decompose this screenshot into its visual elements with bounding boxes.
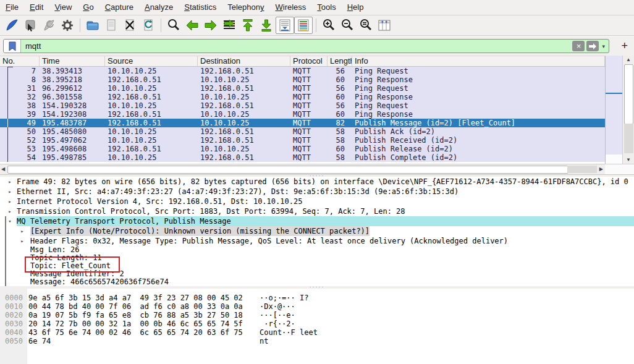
filter-dropdown-caret[interactable]: ▾ bbox=[601, 43, 609, 49]
hex-ascii[interactable]: ··o;·=·· I? bbox=[260, 294, 308, 302]
vertical-scrollbar-track[interactable] bbox=[624, 124, 633, 153]
stop-capture-button[interactable] bbox=[21, 17, 40, 34]
reload-file-button[interactable] bbox=[139, 17, 158, 34]
open-file-button[interactable] bbox=[83, 17, 102, 34]
vertical-scrollbar-thumb[interactable] bbox=[624, 64, 633, 124]
go-forward-button[interactable] bbox=[201, 17, 220, 34]
packet-row[interactable]: 49 195.483787 192.168.0.51 10.10.10.25 M… bbox=[0, 119, 605, 127]
capture-options-button[interactable] bbox=[58, 17, 77, 34]
hex-ascii[interactable]: Count··F leet bbox=[260, 328, 318, 337]
start-capture-button[interactable] bbox=[2, 17, 21, 34]
detail-line[interactable]: Frame 49: 82 bytes on wire (656 bits), 8… bbox=[0, 177, 634, 187]
hex-row[interactable]: 00009e a5 6f 3b 15 3d a4 a7 49 3f 23 27 … bbox=[0, 294, 634, 302]
packet-row[interactable]: 52 195.497062 10.10.10.25 192.168.0.51 M… bbox=[0, 136, 605, 145]
horizontal-scrollbar[interactable]: ◀ ▶ bbox=[0, 164, 605, 174]
find-packet-button[interactable] bbox=[164, 17, 183, 34]
packet-row[interactable]: 54 195.498785 10.10.10.25 192.168.0.51 M… bbox=[0, 153, 605, 162]
zoom-out-button[interactable] bbox=[338, 17, 357, 34]
packet-row[interactable]: 31 96.299612 10.10.10.25 192.168.0.51 MQ… bbox=[0, 84, 605, 93]
menu-item[interactable]: File bbox=[0, 0, 24, 15]
packet-row[interactable]: 8 38.395218 192.168.0.51 10.10.10.25 MQT… bbox=[0, 75, 605, 84]
packet-destination: 192.168.0.51 bbox=[198, 67, 290, 75]
close-file-button[interactable] bbox=[120, 17, 139, 34]
column-header-length[interactable]: Length bbox=[328, 56, 352, 66]
hex-ascii[interactable]: ·Dx·@··· bbox=[260, 302, 295, 311]
expander-icon[interactable] bbox=[6, 177, 14, 187]
hex-row[interactable]: 004043 6f 75 6e 74 00 02 46 6c 65 65 74 … bbox=[0, 328, 634, 337]
menu-item[interactable]: Statistics bbox=[179, 0, 222, 15]
add-filter-button[interactable]: + bbox=[621, 38, 628, 53]
packet-row[interactable]: 39 154.192308 192.168.0.51 10.10.10.25 M… bbox=[0, 110, 605, 119]
hex-ascii[interactable]: ·r{··2· bbox=[260, 320, 295, 328]
menu-item[interactable]: Analyze bbox=[139, 0, 179, 15]
restart-capture-button[interactable] bbox=[40, 17, 58, 34]
column-header-destination[interactable]: Destination bbox=[198, 56, 290, 66]
menu-item[interactable]: Help bbox=[342, 0, 370, 15]
expander-icon[interactable] bbox=[6, 197, 14, 206]
column-header-time[interactable]: Time bbox=[40, 56, 105, 66]
detail-line[interactable]: Internet Protocol Version 4, Src: 192.16… bbox=[0, 197, 634, 206]
scroll-right-arrow-icon[interactable]: ▶ bbox=[599, 166, 603, 172]
column-header-info[interactable]: Info bbox=[352, 56, 605, 66]
hex-bytes[interactable]: 0a 19 07 5b f9 fa 65 e8 cb 76 88 a5 3b 2… bbox=[28, 311, 243, 320]
expander-icon[interactable] bbox=[6, 216, 14, 226]
scroll-down-arrow-icon[interactable]: ▼ bbox=[623, 157, 634, 163]
auto-scroll-toggle[interactable] bbox=[276, 17, 294, 34]
colorize-toggle[interactable] bbox=[294, 17, 313, 34]
menu-item[interactable]: Go bbox=[77, 0, 99, 15]
scroll-left-arrow-icon[interactable]: ◀ bbox=[1, 166, 5, 172]
hex-ascii[interactable]: nt bbox=[260, 337, 268, 345]
hex-row[interactable]: 00506e 74nt bbox=[0, 337, 634, 345]
go-to-top-button[interactable] bbox=[239, 17, 257, 34]
save-file-button[interactable] bbox=[102, 17, 120, 34]
hex-bytes[interactable]: 6e 74 bbox=[28, 337, 51, 345]
horizontal-scrollbar-thumb[interactable] bbox=[7, 166, 568, 174]
packet-row[interactable]: 7 38.393413 10.10.10.25 192.168.0.51 MQT… bbox=[0, 67, 605, 75]
expander-icon[interactable] bbox=[6, 206, 14, 216]
expander-icon[interactable] bbox=[6, 187, 14, 197]
packet-row[interactable]: 32 96.301558 192.168.0.51 10.10.10.25 MQ… bbox=[0, 93, 605, 101]
hex-bytes[interactable]: 20 14 72 7b 00 00 32 1a 00 0b 46 6c 65 6… bbox=[28, 320, 243, 328]
filter-apply-button[interactable] bbox=[586, 41, 599, 51]
expander-icon[interactable] bbox=[19, 236, 26, 246]
display-filter-input[interactable]: mqtt × ▾ bbox=[3, 39, 609, 53]
vertical-scrollbar[interactable]: ▲ ▼ bbox=[622, 56, 634, 164]
menu-item[interactable]: Capture bbox=[99, 0, 139, 15]
menu-item[interactable]: View bbox=[49, 0, 77, 15]
detail-line[interactable]: Transmission Control Protocol, Src Port:… bbox=[0, 206, 634, 216]
menu-item[interactable]: Telephony bbox=[222, 0, 269, 15]
go-back-button[interactable] bbox=[183, 17, 201, 34]
menu-item[interactable]: Edit bbox=[24, 0, 49, 15]
packet-row[interactable]: 38 154.190328 10.10.10.25 192.168.0.51 M… bbox=[0, 101, 605, 110]
packet-row[interactable]: 53 195.498608 192.168.0.51 10.10.10.25 M… bbox=[0, 145, 605, 153]
intelligent-scrollbar-minimap[interactable] bbox=[605, 56, 622, 164]
horizontal-scrollbar-track[interactable] bbox=[567, 166, 597, 173]
packet-row[interactable]: 50 195.485080 10.10.10.25 192.168.0.51 M… bbox=[0, 127, 605, 136]
go-to-packet-button[interactable] bbox=[220, 17, 239, 34]
menu-item[interactable]: Tools bbox=[311, 0, 341, 15]
scroll-up-arrow-icon[interactable]: ▲ bbox=[623, 57, 634, 62]
column-header-protocol[interactable]: Protocol bbox=[290, 56, 328, 66]
hex-bytes[interactable]: 00 44 78 bd 40 00 7f 06 ad f6 c0 a8 00 3… bbox=[28, 302, 243, 311]
detail-line[interactable]: MQ Telemetry Transport Protocol, Publish… bbox=[0, 216, 634, 226]
hex-row[interactable]: 00200a 19 07 5b f9 fa 65 e8 cb 76 88 a5 … bbox=[0, 311, 634, 320]
resize-columns-button[interactable] bbox=[375, 17, 394, 34]
hex-bytes[interactable]: 9e a5 6f 3b 15 3d a4 a7 49 3f 23 27 08 0… bbox=[28, 294, 243, 302]
hex-ascii[interactable]: ···[··e· bbox=[260, 311, 295, 320]
detail-line[interactable]: Ethernet II, Src: a4:a7:49:3f:23:27 (a4:… bbox=[0, 187, 634, 197]
filter-bookmark-button[interactable] bbox=[4, 40, 21, 53]
go-to-bottom-button[interactable] bbox=[257, 17, 276, 34]
filter-text[interactable]: mqtt bbox=[21, 41, 572, 51]
zoom-in-button[interactable] bbox=[319, 17, 338, 34]
hex-row[interactable]: 001000 44 78 bd 40 00 7f 06 ad f6 c0 a8 … bbox=[0, 302, 634, 311]
column-header-source[interactable]: Source bbox=[105, 56, 198, 66]
detail-line[interactable]: Header Flags: 0x32, Message Type: Publis… bbox=[0, 236, 634, 246]
column-header-no[interactable]: No. bbox=[0, 56, 40, 66]
hex-bytes[interactable]: 43 6f 75 6e 74 00 02 46 6c 65 65 74 20 6… bbox=[28, 328, 243, 337]
hex-row[interactable]: 003020 14 72 7b 00 00 32 1a 00 0b 46 6c … bbox=[0, 320, 634, 328]
zoom-reset-button[interactable] bbox=[357, 17, 375, 34]
filter-clear-button[interactable]: × bbox=[572, 41, 585, 51]
menu-item[interactable]: Wireless bbox=[270, 0, 312, 15]
expander-icon[interactable] bbox=[19, 226, 26, 236]
detail-line[interactable]: [Expert Info (Note/Protocol): Unknown ve… bbox=[0, 226, 634, 236]
